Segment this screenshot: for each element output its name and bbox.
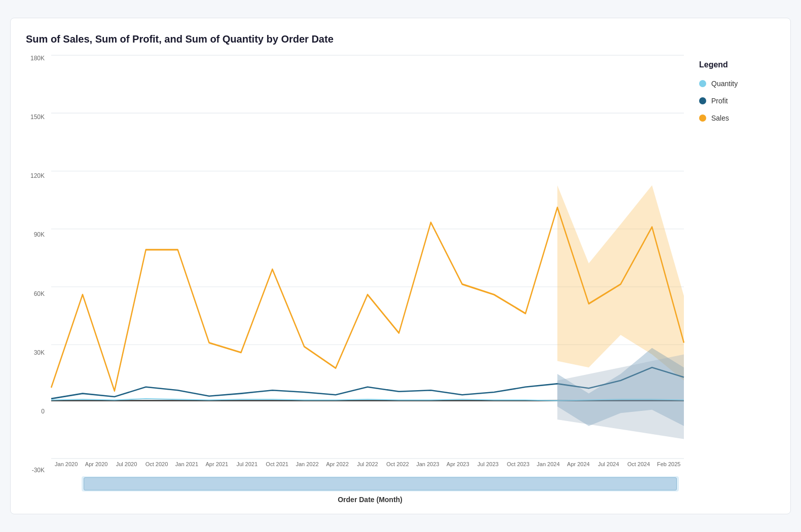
svg-marker-10: [557, 355, 684, 439]
legend-dot: [699, 80, 706, 87]
legend-title: Legend: [699, 60, 780, 69]
y-axis-label: 120K: [30, 173, 45, 179]
y-axis-label: 60K: [34, 291, 45, 297]
scrollbar-area[interactable]: [82, 476, 679, 491]
y-axis-label: 90K: [34, 232, 45, 238]
x-axis-label: Oct 2022: [383, 461, 413, 467]
legend-panel: Legend QuantityProfitSales: [689, 55, 780, 504]
x-axis-label: Jul 2021: [232, 461, 262, 467]
y-axis-label: 150K: [30, 114, 45, 120]
x-axis-label: Feb 2025: [653, 461, 683, 467]
y-axis-label: 180K: [30, 55, 45, 61]
scrollbar-thumb[interactable]: [84, 477, 677, 490]
x-axis-label: Jan 2021: [172, 461, 202, 467]
chart-svg: [51, 55, 684, 459]
y-axis-labels: 180K150K120K90K60K30K0-30K: [21, 55, 49, 473]
legend-items: QuantityProfitSales: [699, 80, 780, 122]
legend-label: Profit: [711, 97, 728, 105]
x-axis-label: Oct 2020: [141, 461, 171, 467]
x-axis-labels: Jan 2020Apr 2020Jul 2020Oct 2020Jan 2021…: [51, 459, 684, 467]
chart-title: Sum of Sales, Sum of Profit, and Sum of …: [26, 33, 780, 45]
scrollbar-container[interactable]: [51, 472, 684, 491]
x-axis-label: Apr 2023: [443, 461, 472, 467]
legend-label: Sales: [711, 114, 729, 122]
plot-area: Jan 2020Apr 2020Jul 2020Oct 2020Jan 2021…: [51, 55, 684, 467]
x-axis-label: Oct 2023: [503, 461, 533, 467]
chart-container: Sum of Sales, Sum of Profit, and Sum of …: [10, 18, 791, 514]
x-axis-label: Jan 2020: [51, 461, 81, 467]
legend-item: Profit: [699, 97, 780, 105]
x-axis-label: Jul 2024: [594, 461, 624, 467]
x-axis-label: Apr 2020: [81, 461, 111, 467]
y-axis-label: -30K: [32, 467, 45, 473]
x-axis-label: Jul 2023: [473, 461, 503, 467]
legend-dot: [699, 115, 706, 122]
x-axis-label: Jul 2022: [352, 461, 382, 467]
legend-label: Quantity: [711, 80, 738, 88]
x-axis-label: Jan 2022: [292, 461, 322, 467]
chart-area: 180K150K120K90K60K30K0-30K: [21, 55, 689, 504]
y-axis-label: 0: [41, 408, 45, 414]
x-axis-label: Apr 2024: [563, 461, 593, 467]
x-axis-label: Jan 2023: [413, 461, 443, 467]
legend-item: Sales: [699, 114, 780, 122]
x-axis-label: Jan 2024: [533, 461, 563, 467]
x-axis-label: Apr 2021: [202, 461, 232, 467]
grid-and-chart: [51, 55, 684, 459]
x-axis-title: Order Date (Month): [51, 496, 689, 504]
x-axis-label: Oct 2021: [262, 461, 292, 467]
x-axis-label: Oct 2024: [624, 461, 653, 467]
legend-dot: [699, 97, 706, 104]
y-axis-label: 30K: [34, 350, 45, 356]
x-axis-label: Apr 2022: [322, 461, 352, 467]
legend-item: Quantity: [699, 80, 780, 88]
x-axis-label: Jul 2020: [112, 461, 141, 467]
chart-body: 180K150K120K90K60K30K0-30K: [21, 55, 780, 504]
